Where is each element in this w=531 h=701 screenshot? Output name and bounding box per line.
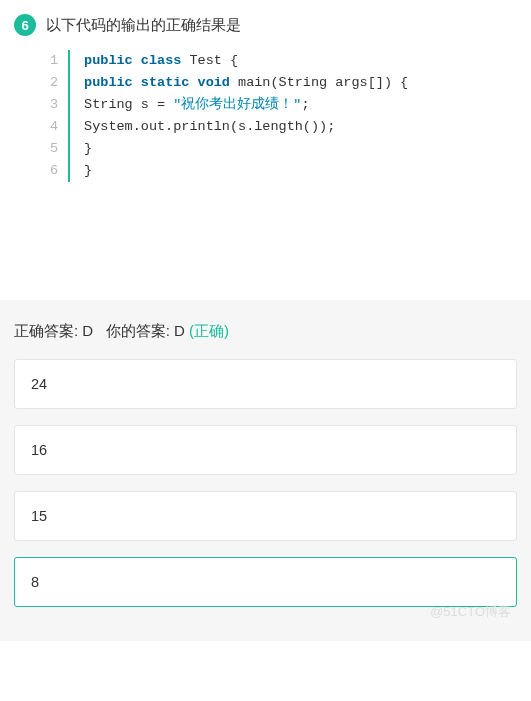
option-c[interactable]: 15 bbox=[14, 491, 517, 541]
code-line: System.out.println(s.length()); bbox=[84, 116, 408, 138]
line-number-gutter: 1 2 3 4 5 6 bbox=[50, 50, 70, 182]
code-line: } bbox=[84, 160, 408, 182]
answer-status: (正确) bbox=[189, 322, 229, 339]
line-number: 1 bbox=[50, 50, 58, 72]
code-line: public class Test { bbox=[84, 50, 408, 72]
line-number: 2 bbox=[50, 72, 58, 94]
correct-answer-value: D bbox=[82, 322, 93, 339]
question-header: 6 以下代码的输出的正确结果是 bbox=[14, 14, 517, 36]
line-number: 6 bbox=[50, 160, 58, 182]
your-answer-value: D bbox=[174, 322, 185, 339]
your-answer-label: 你的答案: bbox=[106, 322, 174, 339]
code-block: 1 2 3 4 5 6 public class Test { public s… bbox=[50, 50, 517, 182]
option-a[interactable]: 24 bbox=[14, 359, 517, 409]
code-line: public static void main(String args[]) { bbox=[84, 72, 408, 94]
answer-header: 正确答案: D 你的答案: D (正确) bbox=[14, 322, 517, 341]
question-number-badge: 6 bbox=[14, 14, 36, 36]
line-number: 4 bbox=[50, 116, 58, 138]
option-b[interactable]: 16 bbox=[14, 425, 517, 475]
question-area: 6 以下代码的输出的正确结果是 1 2 3 4 5 6 public class… bbox=[0, 0, 531, 200]
code-line: String s = "祝你考出好成绩！"; bbox=[84, 94, 408, 116]
line-number: 3 bbox=[50, 94, 58, 116]
question-title: 以下代码的输出的正确结果是 bbox=[46, 16, 241, 35]
answer-section: 正确答案: D 你的答案: D (正确) 24 16 15 8 @51CTO博客 bbox=[0, 300, 531, 641]
correct-answer-label: 正确答案: bbox=[14, 322, 82, 339]
line-number: 5 bbox=[50, 138, 58, 160]
code-content: public class Test { public static void m… bbox=[70, 50, 408, 182]
option-d[interactable]: 8 bbox=[14, 557, 517, 607]
code-line: } bbox=[84, 138, 408, 160]
